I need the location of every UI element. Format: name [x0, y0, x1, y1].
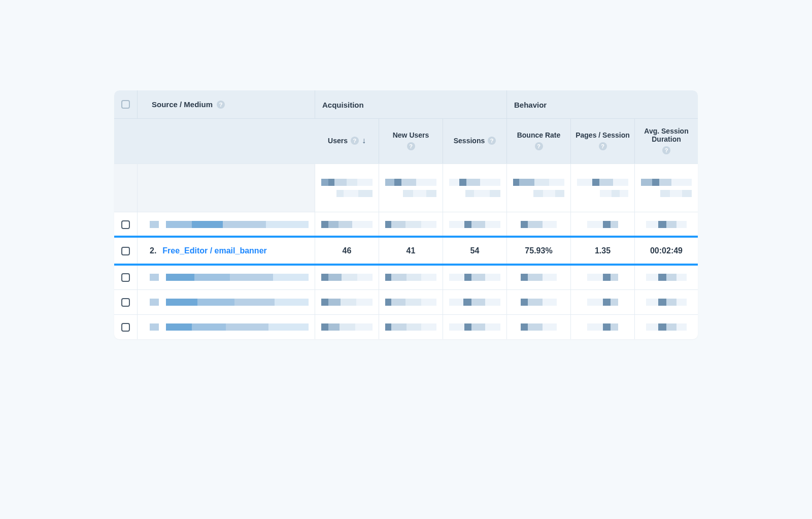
help-icon[interactable]: ?	[217, 101, 225, 109]
redacted-value	[521, 299, 557, 306]
column-label: New Users	[393, 131, 429, 139]
redacted-value	[385, 274, 436, 281]
table-header: Source / Medium ? Acquisition Behavior U…	[114, 90, 698, 164]
analytics-table: Source / Medium ? Acquisition Behavior U…	[114, 90, 698, 339]
redacted-value	[646, 274, 687, 281]
cell-pages-session: 1.35	[571, 237, 635, 265]
column-header-new-users[interactable]: New Users ?	[379, 119, 443, 164]
redacted-value	[321, 323, 373, 331]
redacted-value	[521, 274, 557, 281]
redacted-value	[521, 221, 557, 228]
column-header-sessions[interactable]: Sessions ?	[443, 119, 507, 164]
redacted-value	[321, 179, 373, 197]
row-checkbox[interactable]	[121, 298, 130, 307]
column-label: Source / Medium	[152, 100, 213, 109]
redacted-value	[587, 323, 618, 331]
table-row	[114, 314, 698, 339]
redacted-value	[385, 299, 436, 306]
redacted-source	[150, 274, 309, 281]
redacted-value	[646, 299, 687, 306]
column-label: Pages / Session	[576, 131, 630, 139]
redacted-value	[587, 274, 618, 281]
redacted-value	[521, 323, 557, 331]
redacted-value	[513, 179, 564, 197]
redacted-value	[646, 323, 687, 331]
column-label: Users	[328, 137, 348, 145]
select-all-checkbox[interactable]	[121, 100, 130, 109]
column-label: Sessions	[454, 137, 485, 145]
cell-new-users: 41	[379, 237, 443, 265]
redacted-value	[449, 323, 500, 331]
column-group-behavior: Behavior	[507, 90, 698, 118]
row-checkbox[interactable]	[121, 247, 130, 255]
help-icon[interactable]: ?	[488, 137, 496, 145]
help-icon[interactable]: ?	[351, 137, 359, 145]
redacted-value	[449, 221, 500, 228]
column-header-pages-session[interactable]: Pages / Session ?	[571, 119, 635, 164]
table-row	[114, 212, 698, 237]
source-medium-link[interactable]: Free_Editor / email_banner	[162, 246, 266, 255]
redacted-value	[385, 323, 436, 331]
row-checkbox[interactable]	[121, 323, 130, 332]
column-header-users[interactable]: Users ? ↓	[315, 119, 379, 164]
cell-users: 46	[315, 237, 379, 265]
row-checkbox[interactable]	[121, 220, 130, 229]
select-all-cell	[114, 90, 138, 118]
column-label: Avg. Session Duration	[639, 127, 694, 143]
help-icon[interactable]: ?	[407, 142, 415, 150]
column-label: Bounce Rate	[517, 131, 561, 139]
cell-bounce-rate: 75.93%	[507, 237, 571, 265]
redacted-value	[321, 274, 373, 281]
column-header-bounce-rate[interactable]: Bounce Rate ?	[507, 119, 571, 164]
help-icon[interactable]: ?	[535, 142, 543, 150]
help-icon[interactable]: ?	[599, 142, 607, 150]
redacted-value	[577, 179, 628, 197]
redacted-value	[587, 299, 618, 306]
redacted-value	[449, 299, 500, 306]
table-row	[114, 289, 698, 314]
redacted-value	[449, 274, 500, 281]
redacted-value	[449, 179, 500, 197]
redacted-value	[321, 221, 373, 228]
column-header-source-medium[interactable]: Source / Medium ?	[138, 90, 315, 118]
row-checkbox[interactable]	[121, 273, 130, 282]
redacted-value	[385, 221, 436, 228]
redacted-value	[646, 221, 687, 228]
redacted-value	[587, 221, 618, 228]
cell-sessions: 54	[443, 237, 507, 265]
sort-desc-icon: ↓	[362, 136, 366, 145]
redacted-value	[641, 179, 692, 197]
table-row	[114, 265, 698, 289]
row-index: 2.	[150, 246, 156, 255]
cell-avg-session-duration: 00:02:49	[635, 237, 698, 265]
column-group-acquisition: Acquisition	[315, 90, 507, 118]
help-icon[interactable]: ?	[662, 146, 670, 154]
redacted-source	[150, 221, 309, 228]
redacted-value	[385, 179, 436, 197]
column-header-avg-session-duration[interactable]: Avg. Session Duration ?	[635, 119, 698, 164]
table-row-highlighted: 2. Free_Editor / email_banner 46 41 54 7…	[114, 237, 698, 265]
redacted-source	[150, 299, 309, 306]
redacted-value	[321, 299, 373, 306]
redacted-source	[150, 323, 309, 331]
summary-row	[114, 164, 698, 212]
